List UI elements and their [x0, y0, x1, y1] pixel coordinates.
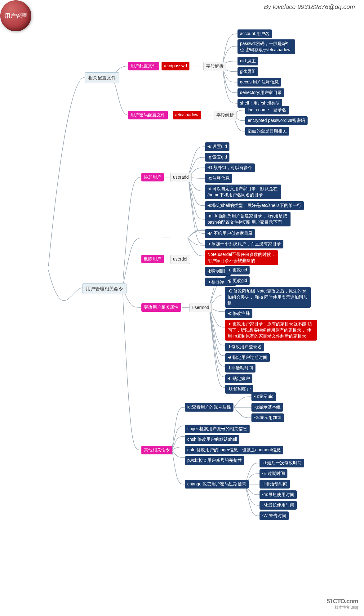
chg-i1: -E:过期时间: [260, 469, 287, 478]
branch-commands[interactable]: 用户管理相关命令: [82, 283, 127, 294]
cfg1-i5: deirectory:用户家目录: [237, 88, 284, 97]
other-id-i1: -g:显示基本组: [251, 403, 283, 412]
mod-i3: -c:修改注释: [225, 309, 252, 318]
add-i7: -M:不给用户创建家目录: [205, 229, 255, 238]
add-i5: -s:指定shell的类型，最好是/etc/shells下的某一行: [205, 201, 304, 210]
mod-i7: -f:非活动时间: [225, 364, 255, 373]
del-tool: userdel: [170, 255, 190, 264]
cfg1[interactable]: 用户配置文件: [128, 62, 159, 70]
add-tool: useradd: [170, 173, 192, 182]
add-i4: -d:可以自定义用户家目录，默认是在 /home下和用户名同名的目录: [205, 185, 281, 199]
other-i3: pwck:检查用户账号的完整性: [185, 456, 244, 465]
mod-i5: -l:修改用户登录名: [225, 343, 264, 351]
add-i6: -m -k:强制为用户创建家目录，-k作用是把 bash的配置文件拷贝到用户家目…: [205, 212, 291, 226]
other-i1: chsh:修改用户的默认shell: [185, 435, 239, 444]
other-id-i0: -u:显示uid: [251, 392, 276, 401]
cfg2-i2: 后面的全是日期相关: [245, 127, 289, 136]
cfg2[interactable]: 用户密码配置文件: [128, 111, 168, 119]
branch-config[interactable]: 相关配置文件: [85, 72, 119, 83]
cfg2-i0: login name：登录名: [245, 106, 289, 114]
other-i2: chfn:修改用户的finger信息，也就是conment信息: [185, 446, 283, 454]
cfg1-i4: gecos:用户注释信息: [237, 78, 281, 87]
watermark: 51CTO.com 技术博客 Blog: [326, 598, 358, 610]
cfg2-file[interactable]: /etc/shadow: [173, 111, 201, 119]
cfg2-i1: encrypted password:加密密码: [245, 116, 308, 125]
add-label[interactable]: 添加用户: [141, 173, 164, 181]
mod-i9: -U:解锁账户: [225, 385, 253, 394]
other-i0: finger:检索用户账号的相关信息: [185, 425, 250, 433]
watermark-small: 技术博客 Blog: [326, 605, 358, 610]
cfg1-i3: gid:属组: [237, 67, 258, 76]
cfg2-field: 字段解析: [214, 111, 237, 120]
other-label[interactable]: 其他相关命令: [141, 446, 172, 454]
mod-i2: -G:修改附加组 Note:更改之后，原先的附加组会丢失， 和-a 同时使用表示…: [225, 287, 311, 308]
mod-i1: -g:更改gid: [225, 276, 250, 285]
other-id-i2: -G:显示附加组: [251, 413, 284, 422]
chg-i0: -d:最后一次修改时间: [260, 459, 304, 467]
add-i3: -c:注释信息: [205, 174, 232, 183]
add-i8: -r:添加一个系统账户，而且没有家目录: [205, 240, 283, 248]
chg-i3: -m:最短使用时间: [260, 490, 297, 499]
mod-i6: -e:指定用户过期时间: [225, 353, 270, 362]
root-label: 用户管理: [5, 12, 27, 20]
del-label[interactable]: 删除用户: [141, 255, 164, 263]
add-i2: -G:额外组，可以有多个: [205, 163, 255, 172]
mod-tool: usermod: [189, 303, 212, 312]
cfg1-field: 字段解析: [203, 62, 226, 71]
watermark-big: 51CTO.com: [326, 598, 358, 605]
credit: By lovelace 993182876@qq.com: [264, 3, 355, 11]
mindmap: By lovelace 993182876@qq.com: [0, 0, 364, 616]
cfg1-i2: uid:属主: [237, 57, 258, 65]
other-id: id:查看用户的账号属性: [185, 403, 233, 412]
other-change: change:改变用户密码过期信息: [185, 480, 249, 489]
chg-i2: -I:非活动时间: [260, 480, 290, 489]
mod-i0: -u:更改uid: [225, 266, 250, 275]
mod-i8: -L:锁定账户: [225, 374, 252, 383]
add-i0: -u:设置uid: [205, 142, 229, 151]
chg-i5: -W:警告时间: [260, 511, 289, 520]
del-i0: Note:userdel不带任何参数的时候， 用户家目录不会被删除的: [205, 250, 278, 265]
mod-label[interactable]: 更改用户相关属性: [141, 303, 181, 312]
cfg1-i0: account:用户名: [237, 29, 272, 38]
mod-i4: -d:更改用户家目录，原有的家目录就不能 访问了，所以想要继续使用原有的家目录，…: [225, 320, 317, 341]
chg-i4: -M:最长使用时间: [260, 501, 297, 510]
connectors: [0, 0, 364, 616]
root[interactable]: 用户管理: [0, 0, 31, 31]
add-i1: -g:设置gid: [205, 153, 229, 162]
cfg1-i1: passwd:密码，一般是x占位 密码存放于/etc/shadow: [237, 39, 295, 54]
cfg1-file[interactable]: /etc/passwd: [162, 62, 189, 70]
